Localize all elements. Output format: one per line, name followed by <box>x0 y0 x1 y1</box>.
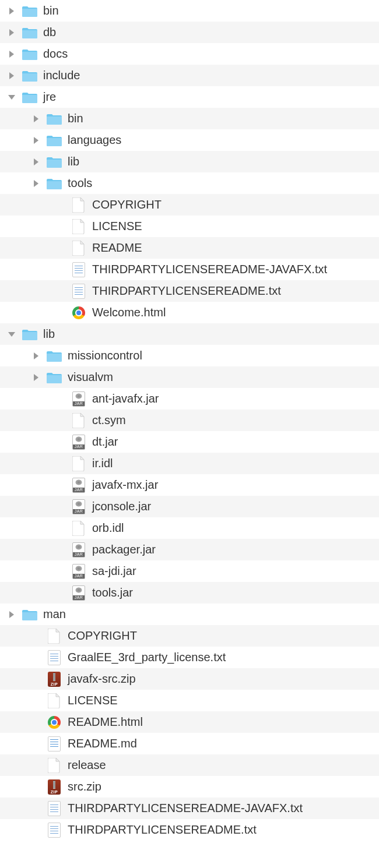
tree-row[interactable]: jconsole.jar <box>0 496 379 517</box>
tree-row[interactable]: LICENSE <box>0 690 379 711</box>
tree-row[interactable]: javafx-mx.jar <box>0 474 379 496</box>
chevron-right-icon[interactable] <box>6 609 17 620</box>
jar-icon <box>71 542 86 558</box>
tree-row[interactable]: README <box>0 237 379 259</box>
folder-icon <box>22 68 37 83</box>
tree-row[interactable]: src.zip <box>0 776 379 798</box>
tree-row[interactable]: tools.jar <box>0 582 379 604</box>
tree-row[interactable]: db <box>0 22 379 43</box>
jar-icon <box>71 391 86 407</box>
md-icon <box>47 736 62 751</box>
tree-row[interactable]: missioncontrol <box>0 345 379 366</box>
tree-item-label: tools.jar <box>92 586 133 599</box>
tree-item-label: ir.idl <box>92 457 113 470</box>
tree-row[interactable]: ct.sym <box>0 410 379 431</box>
tree-item-label: lib <box>68 155 79 168</box>
folder-icon <box>47 176 62 191</box>
tree-row[interactable]: sa-jdi.jar <box>0 560 379 582</box>
tree-row[interactable]: THIRDPARTYLICENSEREADME-JAVAFX.txt <box>0 259 379 280</box>
txt-icon <box>47 801 62 816</box>
tree-item-label: THIRDPARTYLICENSEREADME.txt <box>68 823 257 837</box>
file-icon <box>71 197 86 213</box>
tree-item-label: release <box>68 758 106 772</box>
tree-item-label: COPYRIGHT <box>68 629 137 643</box>
tree-row[interactable]: docs <box>0 43 379 65</box>
tree-row[interactable]: jre <box>0 86 379 108</box>
file-icon <box>71 413 86 428</box>
file-tree: bindbdocsincludejrebinlanguageslibtoolsC… <box>0 0 379 841</box>
chevron-right-icon[interactable] <box>6 48 17 60</box>
txt-icon <box>47 650 62 665</box>
tree-item-label: README.html <box>68 715 143 729</box>
chrome-icon <box>47 715 62 730</box>
tree-row[interactable]: THIRDPARTYLICENSEREADME-JAVAFX.txt <box>0 798 379 819</box>
chevron-down-icon[interactable] <box>6 91 17 103</box>
tree-row[interactable]: orb.idl <box>0 517 379 539</box>
tree-row[interactable]: lib <box>0 323 379 345</box>
tree-item-label: lib <box>43 327 55 341</box>
tree-row[interactable]: man <box>0 604 379 625</box>
tree-row[interactable]: README.md <box>0 733 379 754</box>
tree-item-label: bin <box>43 4 59 17</box>
jar-icon <box>71 435 86 450</box>
tree-row[interactable]: Welcome.html <box>0 302 379 323</box>
tree-row[interactable]: dt.jar <box>0 431 379 453</box>
chevron-right-icon[interactable] <box>30 135 42 146</box>
file-icon <box>71 219 86 234</box>
tree-row[interactable]: README.html <box>0 711 379 733</box>
txt-icon <box>47 823 62 838</box>
tree-item-label: LICENSE <box>68 694 118 707</box>
tree-item-label: ct.sym <box>92 414 126 427</box>
tree-row[interactable]: COPYRIGHT <box>0 625 379 647</box>
txt-icon <box>71 262 86 277</box>
tree-item-label: javafx-src.zip <box>68 672 136 686</box>
tree-row[interactable]: release <box>0 754 379 776</box>
tree-item-label: tools <box>68 177 92 190</box>
zip-icon <box>47 672 62 687</box>
jar-icon <box>71 478 86 493</box>
tree-row[interactable]: THIRDPARTYLICENSEREADME.txt <box>0 280 379 302</box>
chevron-right-icon[interactable] <box>30 372 42 383</box>
folder-icon <box>22 3 37 19</box>
chevron-right-icon[interactable] <box>30 350 42 362</box>
tree-item-label: dt.jar <box>92 435 118 449</box>
chrome-icon <box>71 305 86 320</box>
tree-item-label: orb.idl <box>92 521 124 535</box>
tree-row[interactable]: COPYRIGHT <box>0 194 379 216</box>
folder-icon <box>22 47 37 62</box>
folder-icon <box>22 90 37 105</box>
tree-item-label: man <box>43 608 66 621</box>
tree-row[interactable]: THIRDPARTYLICENSEREADME.txt <box>0 819 379 841</box>
tree-item-label: jconsole.jar <box>92 500 151 513</box>
tree-item-label: sa-jdi.jar <box>92 564 136 578</box>
tree-item-label: bin <box>68 112 83 125</box>
tree-row[interactable]: visualvm <box>0 366 379 388</box>
tree-row[interactable]: bin <box>0 108 379 129</box>
tree-item-label: THIRDPARTYLICENSEREADME.txt <box>92 284 281 298</box>
chevron-right-icon[interactable] <box>30 156 42 168</box>
tree-row[interactable]: packager.jar <box>0 539 379 560</box>
chevron-right-icon[interactable] <box>30 178 42 189</box>
tree-row[interactable]: bin <box>0 0 379 22</box>
tree-row[interactable]: include <box>0 65 379 86</box>
tree-item-label: COPYRIGHT <box>92 198 162 211</box>
tree-row[interactable]: tools <box>0 172 379 194</box>
chevron-right-icon[interactable] <box>6 5 17 17</box>
tree-row[interactable]: GraalEE_3rd_party_license.txt <box>0 647 379 668</box>
file-icon <box>71 241 86 256</box>
tree-row[interactable]: languages <box>0 129 379 151</box>
tree-item-label: README <box>92 241 142 255</box>
tree-item-label: ant-javafx.jar <box>92 392 159 405</box>
tree-row[interactable]: javafx-src.zip <box>0 668 379 690</box>
file-icon <box>71 456 86 471</box>
chevron-right-icon[interactable] <box>6 70 17 82</box>
tree-row[interactable]: lib <box>0 151 379 172</box>
chevron-down-icon[interactable] <box>6 329 17 340</box>
folder-icon <box>22 25 37 40</box>
txt-icon <box>71 284 86 299</box>
chevron-right-icon[interactable] <box>6 27 17 38</box>
tree-row[interactable]: LICENSE <box>0 216 379 237</box>
tree-row[interactable]: ir.idl <box>0 453 379 474</box>
chevron-right-icon[interactable] <box>30 113 42 125</box>
tree-row[interactable]: ant-javafx.jar <box>0 388 379 410</box>
